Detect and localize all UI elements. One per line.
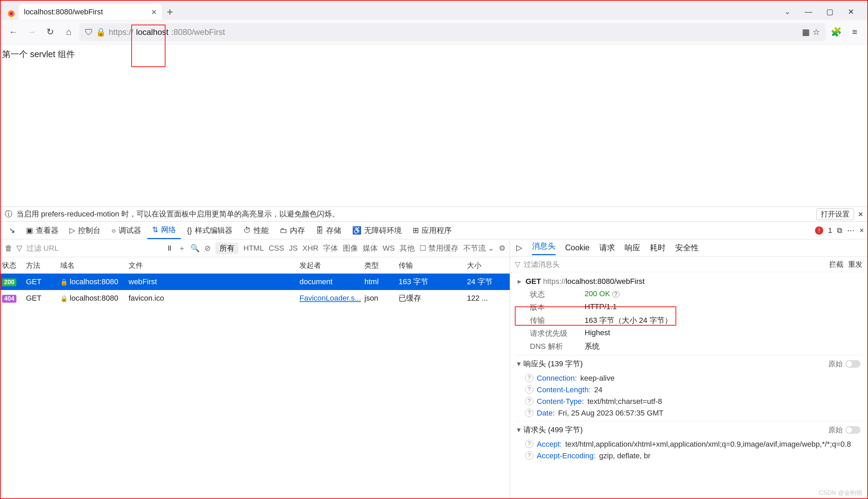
subtab-response[interactable]: 响应 (624, 243, 640, 253)
add-icon[interactable]: ＋ (178, 243, 186, 253)
filter-ws[interactable]: WS (383, 244, 395, 253)
network-row[interactable]: 404GET🔒 localhost:8080favicon.icoFavicon… (1, 290, 510, 306)
search-icon[interactable]: 🔍 (190, 244, 200, 253)
window-controls: ⌄ — ▢ ✕ (777, 8, 867, 20)
filter-other[interactable]: 其他 (400, 243, 415, 253)
devtools-tab-perf[interactable]: ⏱ 性能 (239, 222, 273, 239)
notification-close-icon[interactable]: × (858, 209, 863, 220)
devtools-tab-style[interactable]: {} 样式编辑器 (182, 222, 237, 239)
filter-images[interactable]: 图像 (343, 243, 358, 253)
devtools-tab-console[interactable]: ▷ 控制台 (65, 222, 105, 239)
notification-bar: ⓘ 当启用 prefers-reduced-motion 时，可以在设置面板中启… (1, 207, 867, 222)
open-settings-button[interactable]: 打开设置 (816, 208, 854, 220)
home-button[interactable]: ⌂ (61, 24, 77, 40)
responsive-mode-icon[interactable]: ⧉ (837, 226, 842, 235)
block-button[interactable]: 拦截 (829, 259, 843, 269)
devtools-menu-icon[interactable]: ⋯ (847, 226, 855, 235)
minimize-button[interactable]: — (802, 8, 815, 16)
notification-text: 当启用 prefers-reduced-motion 时，可以在设置面板中启用更… (16, 209, 339, 219)
subtab-timing[interactable]: 耗时 (650, 243, 666, 253)
filter-url-input[interactable]: 过滤 URL (26, 243, 59, 253)
subtab-request[interactable]: 请求 (599, 243, 615, 253)
filter-css[interactable]: CSS (269, 244, 284, 253)
summary-row: 请求优先级Highest (515, 327, 863, 340)
subtab-security[interactable]: 安全性 (675, 243, 699, 253)
filter-funnel-icon[interactable]: ▽ (515, 260, 520, 268)
headers-filter-row: ▽ 过滤消息头 拦截 重发 (510, 256, 867, 272)
devtools-tab-debugger[interactable]: ⟐ 调试器 (107, 222, 146, 239)
summary-row: 传输163 字节（大小 24 字节） (515, 314, 863, 327)
devtools-tab-inspector[interactable]: ▣ 查看器 (21, 222, 63, 239)
url-host: localhost (136, 27, 169, 37)
summary-row: DNS 解析系统 (515, 340, 863, 353)
devtools-close-icon[interactable]: × (859, 226, 864, 235)
block-icon[interactable]: ⊘ (204, 244, 211, 253)
throttle-select[interactable]: 不节流 ⌄ (463, 243, 494, 253)
tabs-dropdown-icon[interactable]: ⌄ (781, 8, 794, 16)
network-row[interactable]: 200GET🔒 localhost:8080webFirstdocumentht… (1, 273, 510, 290)
close-tab-icon[interactable]: × (151, 7, 157, 17)
filter-funnel-icon[interactable]: ▽ (16, 244, 22, 253)
summary-row: 状态200 OK ? (515, 288, 863, 301)
bookmark-star-icon[interactable]: ☆ (813, 27, 820, 37)
maximize-button[interactable]: ▢ (823, 8, 836, 16)
lock-icon[interactable]: 🔒 (96, 27, 106, 37)
pause-icon[interactable]: ⏸ (166, 244, 173, 253)
url-rest: :8080/webFirst (171, 27, 225, 37)
network-toolbar: 🗑 ▽ 过滤 URL ⏸ ＋ 🔍 ⊘ 所有 HTML CSS JS XHR 字体… (1, 240, 510, 257)
resend-button[interactable]: 重发 (848, 259, 863, 269)
devtools-dock-button[interactable]: ↘ (4, 222, 20, 239)
close-window-button[interactable]: ✕ (844, 8, 858, 16)
devtools-tab-storage[interactable]: 🗄 存储 (311, 222, 346, 239)
raw-toggle[interactable] (845, 360, 860, 368)
filter-all[interactable]: 所有 (215, 243, 239, 254)
detail-back-icon[interactable]: ▷ (516, 243, 522, 252)
network-columns-header: 状态方法域名文件发起者类型传输大小 (1, 257, 510, 273)
filter-html[interactable]: HTML (244, 244, 264, 253)
new-tab-button[interactable]: + (162, 6, 178, 20)
svg-point-2 (10, 13, 12, 15)
detail-subtabs: ▷ 消息头 Cookie 请求 响应 耗时 安全性 (510, 240, 867, 256)
url-bar[interactable]: 🛡 🔒 https://localhost:8080/webFirst ▦ ☆ (79, 23, 826, 41)
qr-icon[interactable]: ▦ (802, 27, 810, 37)
page-body-text: 第一个 servlet 组件 (1, 45, 867, 64)
error-count-badge[interactable]: ! (815, 227, 823, 235)
devtools-tab-network[interactable]: ⇅ 网络 (147, 222, 181, 239)
filter-headers-input[interactable]: 过滤消息头 (524, 259, 560, 269)
subtab-headers[interactable]: 消息头 (532, 241, 556, 255)
firefox-logo-icon (4, 10, 18, 20)
nav-toolbar: ← → ↻ ⌂ 🛡 🔒 https://localhost:8080/webFi… (1, 20, 867, 45)
app-menu-button[interactable]: ≡ (847, 24, 863, 40)
disable-cache-checkbox[interactable]: ☐ 禁用缓存 (420, 243, 458, 253)
header-row: ?Date:Fri, 25 Aug 2023 06:57:35 GMT (515, 407, 863, 419)
devtools-tab-memory[interactable]: 🗀 内存 (275, 222, 310, 239)
summary-row: 版本HTTP/1.1 (515, 301, 863, 314)
response-headers-section[interactable]: ▾响应头 (139 字节) 原始 (515, 355, 863, 373)
request-headers-section[interactable]: ▾请求头 (499 字节) 原始 (515, 421, 863, 438)
tracking-shield-icon[interactable]: 🛡 (85, 27, 93, 37)
clear-icon[interactable]: 🗑 (5, 244, 12, 253)
subtab-cookie[interactable]: Cookie (565, 243, 590, 252)
devtools-tabbar: ↘ ▣ 查看器 ▷ 控制台 ⟐ 调试器 ⇅ 网络 {} 样式编辑器 ⏱ 性能 🗀… (1, 222, 867, 240)
filter-fonts[interactable]: 字体 (323, 243, 338, 253)
header-row: ?Connection:keep-alive (515, 373, 863, 384)
devtools-tab-a11y[interactable]: ♿ 无障碍环境 (347, 222, 407, 239)
headers-body: ▸ GET https://localhost:8080/webFirst 状态… (510, 272, 867, 498)
error-count: 1 (828, 226, 832, 235)
header-row: ?Content-Type:text/html;charset=utf-8 (515, 396, 863, 407)
reload-button[interactable]: ↻ (42, 24, 58, 40)
net-settings-icon[interactable]: ⚙ (499, 244, 506, 253)
filter-media[interactable]: 媒体 (363, 243, 378, 253)
browser-tab[interactable]: localhost:8080/webFirst × (18, 4, 162, 20)
devtools-panel: ↘ ▣ 查看器 ▷ 控制台 ⟐ 调试器 ⇅ 网络 {} 样式编辑器 ⏱ 性能 🗀… (1, 222, 867, 498)
extensions-button[interactable]: 🧩 (828, 24, 844, 40)
forward-button[interactable]: → (24, 24, 40, 40)
devtools-tab-apps[interactable]: ⊞ 应用程序 (408, 222, 456, 239)
filter-js[interactable]: JS (289, 244, 298, 253)
raw-toggle[interactable] (845, 426, 860, 434)
request-summary-line[interactable]: ▸ GET https://localhost:8080/webFirst (515, 275, 863, 288)
network-detail-panel: ▷ 消息头 Cookie 请求 响应 耗时 安全性 ▽ 过滤消息头 拦截 重发 … (510, 240, 867, 498)
header-row: ?Content-Length:24 (515, 384, 863, 396)
back-button[interactable]: ← (5, 24, 21, 40)
filter-xhr[interactable]: XHR (302, 244, 318, 253)
